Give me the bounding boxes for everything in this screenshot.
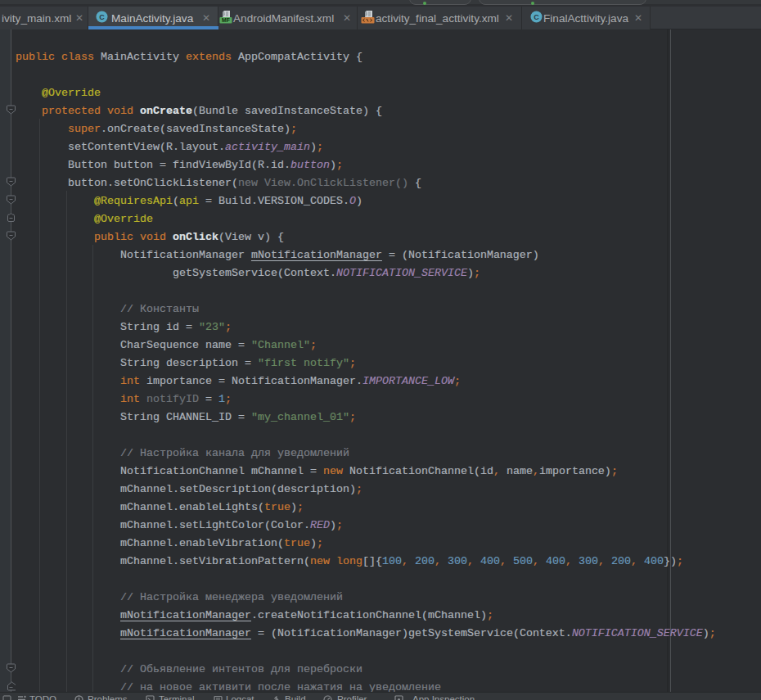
- svg-text:C: C: [534, 13, 539, 21]
- svg-text:C: C: [99, 13, 105, 21]
- svg-text:MF: MF: [222, 17, 230, 23]
